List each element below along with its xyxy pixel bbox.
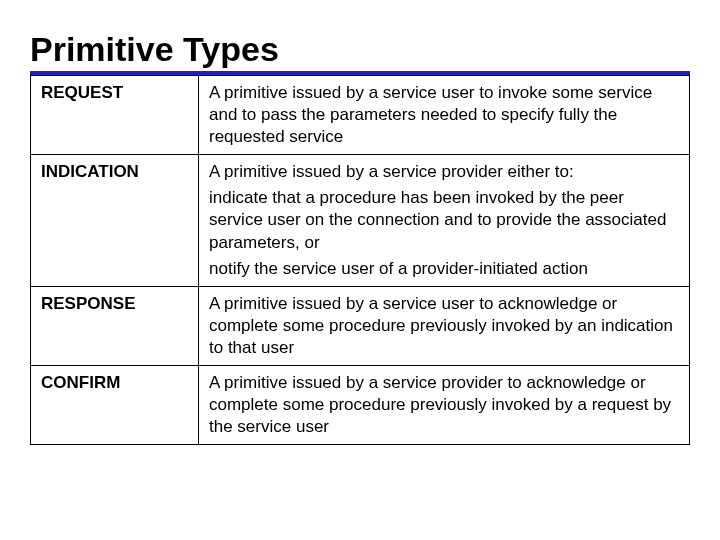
table-row: RESPONSE A primitive issued by a service… <box>31 286 690 365</box>
primitive-desc: A primitive issued by a service provider… <box>199 155 690 286</box>
page-title: Primitive Types <box>30 30 690 69</box>
primitive-types-table: REQUEST A primitive issued by a service … <box>30 75 690 445</box>
primitive-desc: A primitive issued by a service user to … <box>199 76 690 155</box>
table-row: INDICATION A primitive issued by a servi… <box>31 155 690 286</box>
table-row: CONFIRM A primitive issued by a service … <box>31 366 690 445</box>
primitive-name: REQUEST <box>31 76 199 155</box>
primitive-desc: A primitive issued by a service provider… <box>199 366 690 445</box>
primitive-name: RESPONSE <box>31 286 199 365</box>
slide-content: Primitive Types REQUEST A primitive issu… <box>0 0 720 465</box>
primitive-name: INDICATION <box>31 155 199 286</box>
table-row: REQUEST A primitive issued by a service … <box>31 76 690 155</box>
primitive-desc: A primitive issued by a service user to … <box>199 286 690 365</box>
primitive-name: CONFIRM <box>31 366 199 445</box>
